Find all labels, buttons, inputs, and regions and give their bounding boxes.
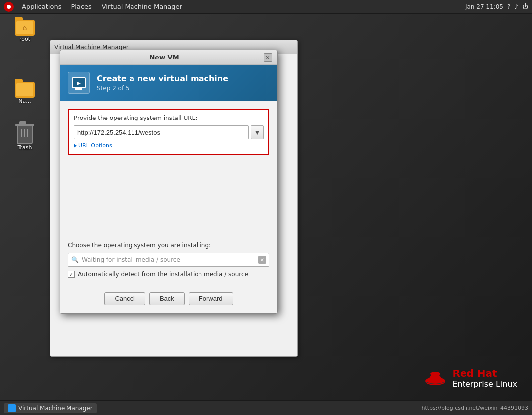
desktop: Applications Places Virtual Machine Mana… <box>0 0 532 415</box>
cancel-button[interactable]: Cancel <box>104 292 145 305</box>
redhat-product: Enterprise Linux <box>453 379 518 389</box>
dialog-spacer <box>68 163 269 232</box>
folder-icon-na <box>15 82 35 98</box>
desktop-icons: ⌂ root Na... <box>10 20 40 151</box>
dialog-header-title: Create a new virtual machine <box>97 74 228 83</box>
help-icon[interactable]: ? <box>507 3 510 10</box>
url-input-field[interactable] <box>74 125 249 139</box>
desktop-icon-na[interactable]: Na... <box>10 82 40 104</box>
url-options-link[interactable]: URL Options <box>74 142 264 149</box>
url-dropdown-button[interactable]: ▼ <box>251 125 264 139</box>
top-bar-right: Jan 27 11:05 ? ♪ ⏻ <box>466 3 528 10</box>
auto-detect-checkbox[interactable] <box>68 271 75 278</box>
taskbar-vm-label: Virtual Machine Manager <box>18 405 93 412</box>
url-input-row: ▼ <box>74 125 264 139</box>
bottom-taskbar: Virtual Machine Manager https://blog.csd… <box>0 400 532 415</box>
forward-button[interactable]: Forward <box>189 292 233 305</box>
root-label: root <box>19 36 30 42</box>
auto-detect-row: Automatically detect from the installati… <box>68 271 269 278</box>
url-section: Provide the operating system install URL… <box>68 109 269 155</box>
dialog-titlebar: New VM × <box>60 50 277 65</box>
top-bar-left: Applications Places Virtual Machine Mana… <box>4 1 187 12</box>
svg-point-1 <box>430 372 440 376</box>
os-search-row: 🔍 Waiting for install media / source ✕ <box>68 253 269 267</box>
taskbar-vm-icon <box>8 404 16 412</box>
auto-detect-label: Automatically detect from the installati… <box>78 271 248 278</box>
os-section: Choose the operating system you are inst… <box>68 242 269 278</box>
redhat-text-block: Red Hat Enterprise Linux <box>453 367 518 389</box>
trash-label: Trash <box>17 144 32 151</box>
top-bar: Applications Places Virtual Machine Mana… <box>0 0 532 14</box>
redhat-logo: Red Hat Enterprise Linux <box>423 365 518 390</box>
na-label: Na... <box>18 98 31 104</box>
dialog-body: Provide the operating system install URL… <box>60 101 277 286</box>
back-button[interactable]: Back <box>149 292 185 305</box>
dialog-title: New VM <box>65 54 264 61</box>
folder-icon-root: ⌂ <box>15 20 35 36</box>
dialog-step-label: Step 2 of 5 <box>97 85 228 92</box>
dialog-buttons: Cancel Back Forward <box>60 286 277 313</box>
taskbar-vm-manager[interactable]: Virtual Machine Manager <box>4 403 97 413</box>
header-text-block: Create a new virtual machine Step 2 of 5 <box>97 74 228 92</box>
vm-header-icon <box>68 72 90 94</box>
trash-icon <box>17 126 33 144</box>
home-symbol: ⌂ <box>23 24 27 32</box>
triangle-right-icon <box>74 144 77 148</box>
search-clear-button[interactable]: ✕ <box>258 256 266 264</box>
monitor-icon <box>72 77 86 88</box>
url-section-label: Provide the operating system install URL… <box>74 115 264 121</box>
menu-applications[interactable]: Applications <box>17 1 66 12</box>
trash-line <box>27 129 28 137</box>
power-icon[interactable]: ⏻ <box>522 3 528 10</box>
redhat-hat-icon <box>423 365 448 390</box>
trash-line <box>21 129 22 137</box>
search-placeholder-text: Waiting for install media / source <box>82 256 255 263</box>
trash-line <box>24 129 25 137</box>
new-vm-dialog: New VM × Create a new virtual machine St… <box>60 50 278 314</box>
desktop-icon-trash[interactable]: Trash <box>10 124 40 151</box>
bottom-bar-url: https://blog.csdn.net/weixin_44391093 <box>421 405 528 411</box>
trash-lines <box>18 126 32 137</box>
os-section-label: Choose the operating system you are inst… <box>68 242 269 249</box>
folder-inner: ⌂ <box>16 21 33 34</box>
datetime-label: Jan 27 11:05 <box>466 3 503 10</box>
dialog-header: Create a new virtual machine Step 2 of 5 <box>60 65 277 101</box>
desktop-icon-root[interactable]: ⌂ root <box>10 20 40 42</box>
volume-icon[interactable]: ♪ <box>514 3 518 10</box>
app-icon <box>4 2 14 12</box>
dialog-close-button[interactable]: × <box>264 53 272 62</box>
menu-vm-manager[interactable]: Virtual Machine Manager <box>97 1 187 12</box>
menu-places[interactable]: Places <box>66 1 96 12</box>
redhat-brand: Red Hat <box>453 367 518 379</box>
search-icon: 🔍 <box>71 256 79 263</box>
url-options-label: URL Options <box>78 142 112 149</box>
folder-inner-na <box>16 83 33 96</box>
